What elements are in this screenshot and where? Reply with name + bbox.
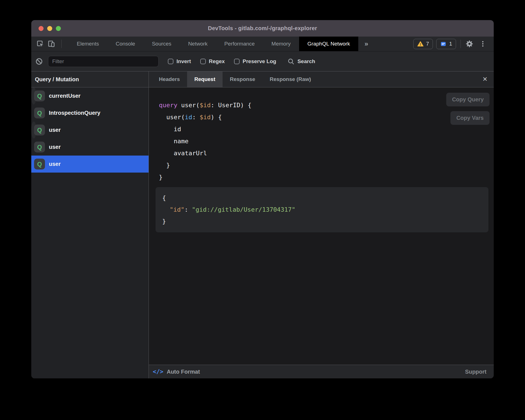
tab-request[interactable]: Request — [187, 71, 223, 87]
inspect-element-icon[interactable] — [36, 40, 44, 48]
tab-network[interactable]: Network — [180, 37, 216, 51]
query-type-badge: Q — [34, 108, 45, 118]
tab-response-raw[interactable]: Response (Raw) — [262, 71, 318, 87]
code-brackets-icon: </> — [153, 368, 163, 375]
list-item-introspectionQuery[interactable]: Q IntrospectionQuery — [31, 104, 149, 121]
auto-format-label: Auto Format — [167, 369, 200, 375]
copy-vars-button[interactable]: Copy Vars — [450, 111, 490, 125]
traffic-lights — [39, 20, 61, 37]
list-item-label: user — [49, 161, 61, 167]
query-type-badge: Q — [34, 125, 45, 135]
tab-sources[interactable]: Sources — [144, 37, 180, 51]
query-type-badge: Q — [34, 142, 45, 152]
auto-format-button[interactable]: </> Auto Format — [153, 368, 200, 375]
list-item-label: user — [49, 127, 61, 133]
more-tabs-chevron-icon[interactable]: » — [358, 37, 374, 51]
toolbar-divider — [61, 40, 62, 48]
tab-console[interactable]: Console — [107, 37, 144, 51]
tab-memory[interactable]: Memory — [263, 37, 299, 51]
window-title: DevTools - gitlab.com/-/graphql-explorer — [208, 25, 317, 32]
maximize-window-button[interactable] — [56, 26, 61, 31]
tab-elements[interactable]: Elements — [68, 37, 107, 51]
tab-response[interactable]: Response — [223, 71, 262, 87]
sidebar-empty-area — [31, 173, 149, 378]
list-item-label: currentUser — [49, 93, 80, 99]
preserve-log-checkbox[interactable] — [234, 59, 240, 64]
copy-query-button[interactable]: Copy Query — [446, 93, 490, 106]
list-item-label: IntrospectionQuery — [49, 110, 100, 116]
close-window-button[interactable] — [39, 26, 44, 31]
tab-graphql-network[interactable]: GraphQL Network — [299, 37, 358, 51]
close-panel-icon[interactable]: ✕ — [483, 71, 488, 87]
warning-icon — [417, 41, 424, 47]
filter-input[interactable] — [48, 56, 159, 67]
issue-count: 1 — [449, 41, 452, 47]
issues-icon — [440, 41, 447, 47]
kebab-menu-icon[interactable] — [479, 40, 486, 47]
warnings-badge[interactable]: 7 — [413, 39, 433, 49]
graphql-query-code: query user($id: UserID) { user(id: $id) … — [149, 87, 494, 183]
support-link[interactable]: Support — [465, 369, 486, 375]
query-type-badge: Q — [34, 159, 45, 170]
search-icon — [287, 58, 295, 65]
list-item-currentUser[interactable]: Q currentUser — [31, 87, 36, 104]
query-list-header: Query / Mutation — [31, 71, 149, 87]
list-item-label: user — [49, 144, 61, 150]
list-item-user-3-selected[interactable]: Q user — [31, 156, 149, 173]
list-item-user-2[interactable]: Q user — [31, 139, 149, 156]
query-list-sidebar: Query / Mutation Q currentUser Q Introsp… — [31, 71, 149, 378]
invert-checkbox[interactable] — [168, 59, 173, 64]
panel-footer: </> Auto Format Support — [149, 365, 494, 378]
settings-gear-icon[interactable] — [465, 40, 474, 48]
issues-badge[interactable]: 1 — [436, 39, 456, 49]
preserve-log-label: Preserve Log — [243, 58, 276, 65]
request-detail-panel: Headers Request Response Response (Raw) … — [149, 71, 494, 378]
clear-filter-icon[interactable] — [35, 58, 43, 65]
warning-count: 7 — [426, 41, 429, 47]
toolbar-divider — [460, 40, 461, 48]
tab-headers[interactable]: Headers — [152, 71, 187, 87]
search-label: Search — [297, 58, 315, 65]
filter-bar: Invert Regex Preserve Log Search — [31, 51, 494, 71]
detail-tab-bar: Headers Request Response Response (Raw) … — [149, 71, 494, 87]
regex-label: Regex — [209, 58, 225, 65]
devtools-tab-bar: Elements Console Sources Network Perform… — [31, 37, 494, 51]
query-type-badge: Q — [34, 90, 45, 101]
request-content: query user($id: UserID) { user(id: $id) … — [149, 87, 494, 365]
devtools-window: DevTools - gitlab.com/-/graphql-explorer… — [31, 20, 494, 378]
invert-label: Invert — [176, 58, 191, 65]
minimize-window-button[interactable] — [47, 26, 52, 31]
search-toggle[interactable]: Search — [287, 58, 315, 65]
request-variables-box: { "id": "gid://gitlab/User/13704317"} — [156, 187, 488, 232]
title-bar: DevTools - gitlab.com/-/graphql-explorer — [31, 20, 494, 37]
tab-performance[interactable]: Performance — [216, 37, 263, 51]
device-toolbar-icon[interactable] — [47, 40, 55, 48]
regex-checkbox[interactable] — [200, 59, 206, 64]
list-item-user-1[interactable]: Q user — [31, 121, 36, 139]
